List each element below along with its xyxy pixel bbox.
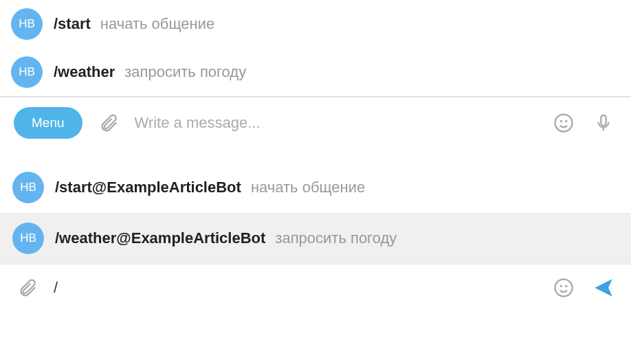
avatar: НВ [11, 8, 43, 40]
emoji-icon[interactable] [550, 109, 577, 137]
compose-bar-typing [0, 264, 631, 311]
svg-rect-3 [601, 115, 606, 126]
command-suggestions-bottom: НВ /start@ExampleArticleBot начать общен… [0, 162, 631, 264]
command-suggestion-weather[interactable]: НВ /weather запросить погоду [0, 48, 631, 96]
command-text: /start начать общение [54, 15, 214, 33]
command-suggestions-top: НВ /start начать общение НВ /weather зап… [0, 0, 631, 97]
command-text: /weather запросить погоду [54, 63, 246, 81]
compose-bar-with-menu: Menu [0, 97, 631, 148]
emoji-icon[interactable] [550, 274, 577, 302]
svg-point-1 [561, 121, 562, 122]
avatar: НВ [12, 172, 44, 203]
attach-icon[interactable] [95, 109, 122, 137]
svg-point-2 [566, 121, 566, 122]
command-name: /start@ExampleArticleBot [55, 179, 241, 196]
command-name: /weather [54, 63, 115, 81]
send-icon[interactable] [590, 274, 617, 302]
command-name: /weather@ExampleArticleBot [55, 229, 265, 247]
command-text: /weather@ExampleArticleBot запросить пог… [55, 229, 397, 247]
svg-point-5 [561, 286, 562, 286]
svg-point-6 [566, 286, 566, 286]
command-suggestion-start[interactable]: НВ /start начать общение [0, 0, 631, 48]
command-suggestion-start-bot[interactable]: НВ /start@ExampleArticleBot начать общен… [0, 162, 631, 213]
command-text: /start@ExampleArticleBot начать общение [55, 179, 365, 196]
avatar: НВ [12, 223, 44, 254]
svg-point-4 [555, 280, 573, 297]
command-description: начать общение [100, 15, 214, 33]
command-description: запросить погоду [124, 63, 246, 81]
command-suggestion-weather-bot[interactable]: НВ /weather@ExampleArticleBot запросить … [0, 213, 631, 264]
command-name: /start [54, 15, 91, 33]
attach-icon[interactable] [14, 274, 41, 302]
message-input-typing[interactable] [54, 279, 538, 297]
avatar: НВ [11, 56, 43, 88]
command-description: начать общение [251, 179, 365, 196]
svg-point-0 [555, 115, 573, 132]
microphone-icon[interactable] [590, 109, 617, 137]
message-input[interactable] [135, 114, 538, 132]
command-description: запросить погоду [275, 229, 397, 247]
menu-button[interactable]: Menu [14, 107, 82, 139]
